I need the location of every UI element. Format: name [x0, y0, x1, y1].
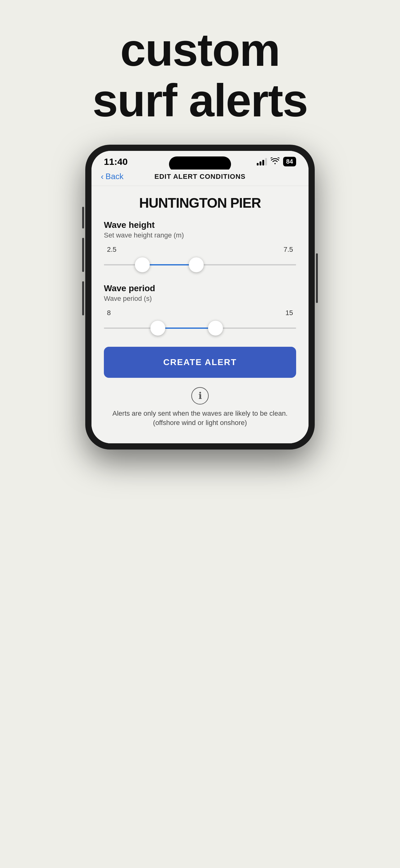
status-time: 11:40 [104, 156, 128, 167]
phone-side-button-vol-up [82, 238, 84, 272]
wave-height-thumb-max[interactable] [189, 257, 204, 272]
wave-height-thumb-min[interactable] [135, 257, 150, 272]
wifi-icon [271, 157, 279, 166]
battery-indicator: 84 [283, 157, 296, 166]
wave-height-title: Wave height [104, 220, 296, 230]
info-text: Alerts are only sent when the waves are … [107, 409, 293, 428]
wave-period-title: Wave period [104, 283, 296, 293]
wave-period-max-value: 15 [286, 309, 293, 317]
wave-period-min-value: 8 [107, 309, 111, 317]
back-button[interactable]: ‹ Back [101, 172, 124, 182]
wave-height-subtitle: Set wave height range (m) [104, 231, 296, 239]
wave-period-values: 8 15 [104, 309, 296, 317]
status-icons: 84 [257, 157, 296, 166]
wave-period-subtitle: Wave period (s) [104, 294, 296, 303]
phone-mockup: 11:40 84 [85, 145, 315, 450]
wave-height-slider[interactable] [104, 255, 296, 274]
hero-section: custom surf alerts [92, 25, 308, 126]
screen-content: HUNTINGTON PIER Wave height Set wave hei… [92, 186, 308, 444]
wave-period-section: Wave period Wave period (s) 8 15 [104, 283, 296, 337]
wave-height-max-value: 7.5 [284, 246, 293, 254]
wave-period-thumb-max[interactable] [208, 321, 223, 336]
phone-side-button-mute [82, 207, 84, 228]
nav-bar: ‹ Back EDIT ALERT CONDITIONS [92, 169, 308, 186]
spot-name: HUNTINGTON PIER [104, 195, 296, 211]
nav-title: EDIT ALERT CONDITIONS [155, 173, 245, 181]
info-icon: ℹ [191, 387, 209, 404]
wave-period-slider[interactable] [104, 319, 296, 337]
wave-height-values: 2.5 7.5 [104, 246, 296, 254]
phone-side-button-power [316, 253, 318, 303]
signal-icon [257, 158, 267, 165]
status-bar: 11:40 84 [92, 151, 308, 169]
hero-line2: surf alerts [92, 75, 308, 126]
create-alert-button[interactable]: CREATE ALERT [104, 347, 296, 378]
wave-period-thumb-min[interactable] [151, 321, 165, 336]
wave-period-fill [158, 328, 215, 329]
wave-height-min-value: 2.5 [107, 246, 116, 254]
wave-height-fill [142, 264, 196, 266]
hero-line1: custom [120, 24, 280, 75]
back-label: Back [105, 172, 124, 181]
chevron-left-icon: ‹ [101, 172, 104, 182]
phone-screen: 11:40 84 [92, 151, 308, 444]
info-section: ℹ Alerts are only sent when the waves ar… [104, 387, 296, 428]
phone-side-button-vol-down [82, 281, 84, 315]
wave-height-section: Wave height Set wave height range (m) 2.… [104, 220, 296, 274]
